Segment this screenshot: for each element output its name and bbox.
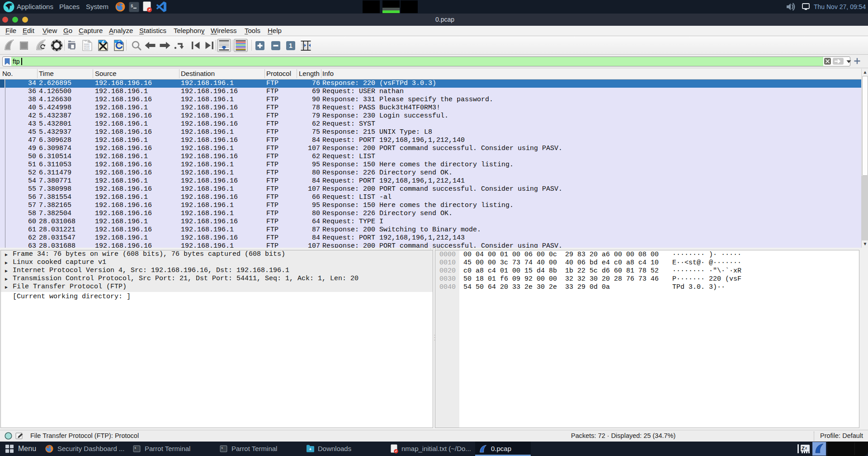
svg-text:0113: 0113 [84, 48, 90, 51]
svg-text:z: z [805, 446, 807, 450]
svg-text:$: $ [131, 4, 133, 9]
svg-text:Z: Z [802, 446, 805, 451]
